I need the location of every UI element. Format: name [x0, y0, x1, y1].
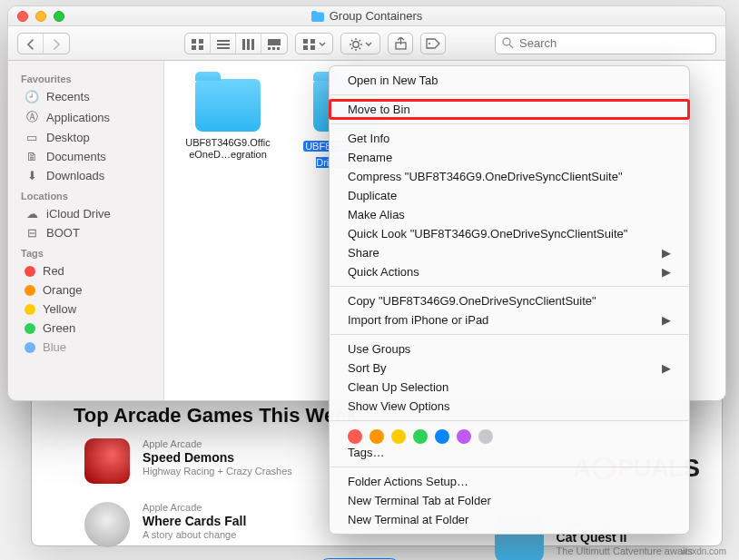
tag-color-purple[interactable] — [457, 429, 471, 444]
finder-sidebar: Favourites 🕘Recents ⒶApplications ▭Deskt… — [8, 61, 164, 400]
sidebar-item-documents[interactable]: 🗎Documents — [8, 147, 163, 166]
menu-tags[interactable]: Tags… — [330, 446, 689, 462]
tag-color-green[interactable] — [413, 429, 428, 444]
sidebar-section-locations: Locations — [8, 185, 163, 204]
menu-new-terminal[interactable]: New Terminal at Folder — [330, 510, 689, 529]
gallery-view-button[interactable] — [261, 34, 287, 54]
sidebar-item-label: Desktop — [46, 131, 90, 144]
svg-rect-9 — [251, 39, 254, 50]
menu-quick-look[interactable]: Quick Look "UBF8T346G9.OneDriveSyncClien… — [330, 224, 689, 243]
menu-open-new-tab[interactable]: Open in New Tab — [330, 71, 689, 90]
menu-show-view-options[interactable]: Show View Options — [330, 397, 689, 416]
svg-rect-14 — [303, 39, 308, 44]
group-by-button[interactable] — [296, 34, 332, 54]
sidebar-item-recents[interactable]: 🕘Recents — [8, 87, 163, 106]
sidebar-item-label: Applications — [46, 111, 110, 124]
nav-back-forward — [17, 33, 70, 54]
menu-separator — [330, 420, 688, 421]
finder-titlebar[interactable]: Group Containers — [8, 6, 725, 26]
sidebar-item-label: BOOT — [46, 226, 80, 240]
tag-color-blue[interactable] — [435, 429, 449, 444]
menu-new-terminal-tab[interactable]: New Terminal Tab at Folder — [330, 491, 689, 510]
submenu-arrow-icon: ▶ — [662, 313, 671, 327]
folder-item[interactable]: UBF8T346G9.OfficeOneD…egration — [184, 79, 271, 161]
menu-separator — [330, 286, 688, 287]
folder-name: UBF8T346G9.OfficeOneD…egration — [184, 137, 271, 161]
search-field[interactable] — [495, 33, 716, 54]
disk-icon: ⊟ — [25, 226, 39, 240]
svg-line-30 — [509, 44, 513, 48]
sidebar-item-applications[interactable]: ⒶApplications — [8, 106, 163, 128]
submenu-arrow-icon: ▶ — [662, 265, 671, 279]
menu-quick-actions[interactable]: Quick Actions▶ — [330, 262, 689, 281]
search-input[interactable] — [519, 36, 708, 50]
sidebar-item-boot[interactable]: ⊟BOOT — [8, 223, 163, 242]
menu-separator — [330, 467, 688, 467]
menu-rename[interactable]: Rename — [330, 148, 689, 167]
menu-sort-by[interactable]: Sort By▶ — [330, 359, 689, 378]
menu-import-iphone[interactable]: Import from iPhone or iPad▶ — [330, 310, 689, 329]
tag-color-red[interactable] — [348, 429, 362, 444]
menu-get-info[interactable]: Get Info — [330, 129, 689, 148]
list-view-button[interactable] — [211, 34, 236, 54]
sidebar-item-desktop[interactable]: ▭Desktop — [8, 128, 163, 147]
submenu-arrow-icon: ▶ — [662, 246, 671, 260]
search-icon — [502, 37, 514, 49]
svg-rect-10 — [268, 39, 281, 45]
menu-copy[interactable]: Copy "UBF8T346G9.OneDriveSyncClientSuite… — [330, 291, 689, 310]
tag-color-yellow[interactable] — [391, 429, 406, 444]
window-title: Group Containers — [330, 9, 423, 23]
icon-view-button[interactable] — [185, 34, 211, 54]
context-menu: Open in New Tab Move to Bin Get Info Ren… — [329, 65, 690, 535]
sidebar-item-downloads[interactable]: ⬇Downloads — [8, 166, 163, 185]
svg-rect-12 — [272, 47, 275, 50]
tag-dot-icon — [25, 266, 35, 277]
menu-duplicate[interactable]: Duplicate — [330, 186, 689, 205]
view-mode-segment — [184, 33, 288, 54]
arcade-label: Apple Arcade — [143, 438, 292, 449]
menu-share[interactable]: Share▶ — [330, 243, 689, 262]
tag-color-orange[interactable] — [370, 429, 384, 444]
game-thumbnail — [84, 502, 130, 547]
group-by-segment — [295, 33, 333, 54]
forward-button[interactable] — [44, 34, 69, 54]
svg-line-23 — [351, 40, 352, 41]
game-desc: A story about change — [143, 529, 246, 540]
sidebar-tag-blue[interactable]: Blue — [8, 338, 163, 357]
svg-rect-4 — [217, 40, 230, 42]
menu-move-to-bin[interactable]: Move to Bin — [330, 100, 689, 119]
game-thumbnail — [84, 438, 130, 484]
downloads-icon: ⬇ — [25, 169, 39, 182]
tag-dot-icon — [25, 323, 35, 334]
menu-folder-actions[interactable]: Folder Actions Setup… — [330, 472, 689, 491]
svg-rect-15 — [310, 39, 315, 44]
svg-line-24 — [359, 47, 360, 48]
tag-color-grey[interactable] — [478, 429, 493, 444]
finder-toolbar — [8, 26, 725, 61]
menu-make-alias[interactable]: Make Alias — [330, 205, 689, 224]
sidebar-tag-red[interactable]: Red — [8, 261, 163, 280]
action-button[interactable] — [341, 34, 379, 54]
menu-clean-up[interactable]: Clean Up Selection — [330, 378, 689, 397]
sidebar-tag-yellow[interactable]: Yellow — [8, 300, 163, 319]
share-button[interactable] — [388, 33, 413, 54]
tag-dot-icon — [25, 285, 35, 296]
menu-compress[interactable]: Compress "UBF8T346G9.OneDriveSyncClientS… — [330, 167, 689, 186]
back-button[interactable] — [18, 34, 44, 54]
sidebar-tag-orange[interactable]: Orange — [8, 280, 163, 300]
menu-use-groups[interactable]: Use Groups — [330, 339, 689, 359]
sidebar-item-icloud[interactable]: ☁iCloud Drive — [8, 204, 163, 223]
svg-point-29 — [503, 38, 510, 45]
svg-line-26 — [351, 47, 352, 48]
sidebar-tag-green[interactable]: Green — [8, 319, 163, 338]
sidebar-item-label: Yellow — [43, 302, 76, 316]
svg-rect-0 — [192, 39, 196, 44]
sidebar-item-label: iCloud Drive — [46, 207, 111, 221]
svg-rect-5 — [217, 44, 230, 45]
svg-rect-1 — [199, 39, 203, 44]
menu-tag-palette — [330, 426, 689, 446]
column-view-button[interactable] — [236, 34, 261, 54]
tag-dot-icon — [25, 304, 35, 315]
game-title: Speed Demons — [143, 450, 292, 465]
tags-button[interactable] — [420, 33, 446, 54]
